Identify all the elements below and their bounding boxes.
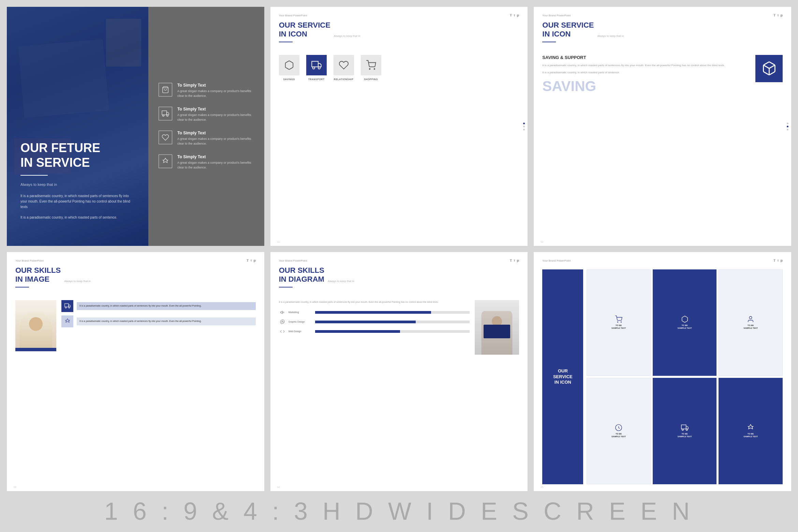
bar-track-1 xyxy=(315,311,470,314)
cart-icon xyxy=(159,83,172,97)
service-desc-1: A great slogan makes a company or produc… xyxy=(177,89,254,98)
saving-big-text: SAVING xyxy=(542,78,749,94)
service-item-1: To Simply Text A great slogan makes a co… xyxy=(159,83,254,98)
slide6-page-num: 05 xyxy=(541,486,543,488)
service-boxes-grid: TO BESAMPLE TEXT TO BESAMPLE TEXT TO BES… xyxy=(587,269,783,484)
dot-1 xyxy=(523,122,525,124)
svg-point-10 xyxy=(374,69,375,70)
skill-icon-rocket xyxy=(61,315,73,327)
relationship-box xyxy=(334,55,354,75)
service-title-3: To Simply Text xyxy=(177,131,254,135)
skills-image-content: It is a paradisematic country, in which … xyxy=(15,300,256,351)
skill-icon-truck xyxy=(61,300,73,312)
icon-transport: TRANSPORT xyxy=(306,55,327,80)
saving-body1: It is a paradisematic country, in which … xyxy=(542,63,749,68)
slide5-social: 𝕋 𝔣 𝕡 xyxy=(510,259,519,263)
svg-point-14 xyxy=(65,307,66,308)
truck-icon xyxy=(159,107,172,120)
twitter-icon: 𝕋 xyxy=(510,14,512,17)
slide2-page-num: 01 xyxy=(277,241,280,243)
svg-point-25 xyxy=(682,429,683,431)
service-desc-4: A great slogan makes a company or produc… xyxy=(177,161,254,170)
service-text-4: To Simply Text A great slogan makes a co… xyxy=(177,154,254,170)
slides-grid: OUR FETURE IN SERVICE Always to keep tha… xyxy=(7,7,791,491)
shopping-label: SHOPPING xyxy=(364,78,378,80)
slide1-right-panel: To Simply Text A great slogan makes a co… xyxy=(148,7,264,246)
slide6-header: Your Brand PowerPoint 𝕋 𝔣 𝕡 xyxy=(542,259,783,263)
svg-rect-1 xyxy=(162,111,167,115)
heart-icon xyxy=(159,131,172,144)
service-box-1: TO BESAMPLE TEXT xyxy=(587,269,651,376)
svg-point-7 xyxy=(312,67,314,69)
slide5-title-block: OUR SKILLS IN DIAGRAM Always to keep tha… xyxy=(279,266,519,292)
bar-label-2: Graphic Design xyxy=(289,321,312,323)
svg-point-3 xyxy=(163,115,164,117)
svg-point-19 xyxy=(617,322,618,323)
svg-marker-6 xyxy=(318,63,321,67)
slide1-divider xyxy=(20,175,48,176)
bar-row-2: Graphic Design xyxy=(279,319,470,325)
skills-photo xyxy=(15,300,56,351)
skills-items: It is a paradisematic country, in which … xyxy=(61,300,256,327)
service-text-3: To Simply Text A great slogan makes a co… xyxy=(177,131,254,146)
twitter-icon-4: 𝕋 xyxy=(247,259,249,263)
service-box-2: TO BESAMPLE TEXT xyxy=(653,269,717,376)
service-item-3: To Simply Text A great slogan makes a co… xyxy=(159,131,254,146)
bar-track-2 xyxy=(315,321,470,323)
slide2-brand: Your Brand PowerPoint xyxy=(279,14,307,17)
slide3-divider xyxy=(542,42,556,42)
slide-5: Your Brand PowerPoint 𝕋 𝔣 𝕡 OUR SKILLS I… xyxy=(270,252,528,491)
service-box-5: TO BESAMPLE TEXT xyxy=(653,378,717,484)
slide3-header: Your Brand PowerPoint 𝕋 𝔣 𝕡 xyxy=(542,14,783,17)
service-title-1: To Simply Text xyxy=(177,83,254,88)
slide-6: Your Brand PowerPoint 𝕋 𝔣 𝕡 OUR SERVICE … xyxy=(534,252,791,491)
saving-content: SAVING & SUPPORT It is a paradisematic c… xyxy=(542,55,783,95)
bar-row-1: Marketing xyxy=(279,309,470,316)
skill-text-1: It is a paradisematic country, in which … xyxy=(79,304,253,308)
service-box-6: TO BESAMPLE TEXT xyxy=(719,378,783,484)
slide6-brand: Your Brand PowerPoint xyxy=(542,259,571,262)
svg-point-4 xyxy=(167,115,168,117)
slide4-brand: Your Brand PowerPoint xyxy=(15,259,44,262)
slide4-title: OUR SKILLS IN IMAGE xyxy=(15,266,61,284)
twitter-icon-3: 𝕋 xyxy=(773,14,775,17)
slide3-title: OUR SERVICE IN ICON xyxy=(542,21,594,39)
saving-title: SAVING & SUPPORT xyxy=(542,55,749,60)
slide5-brand: Your Brand PowerPoint xyxy=(279,259,307,262)
slide1-body1: It is a paradisematic country, in which … xyxy=(20,193,135,210)
savings-label: SAVINGS xyxy=(283,78,295,80)
slide-1: OUR FETURE IN SERVICE Always to keep tha… xyxy=(7,7,264,246)
diagram-left: It is a paradisematic country, in which … xyxy=(279,300,470,335)
facebook-icon-5: 𝔣 xyxy=(514,259,515,263)
diagram-right xyxy=(475,300,519,355)
slide-2: Your Brand PowerPoint 𝕋 𝔣 𝕡 OUR SERVICE … xyxy=(270,7,528,246)
slide3-subtitle: Always to keep that in xyxy=(597,34,624,38)
bar-label-3: Web Design xyxy=(289,330,312,332)
service-title-2: To Simply Text xyxy=(177,107,254,112)
skill-desc-1: It is a paradisematic country, in which … xyxy=(77,302,256,310)
sbox-label-2: TO BESAMPLE TEXT xyxy=(678,324,692,330)
slide4-header: Your Brand PowerPoint 𝕋 𝔣 𝕡 xyxy=(15,259,256,263)
skill-row-2: It is a paradisematic country, in which … xyxy=(61,315,256,327)
slide5-title: OUR SKILLS IN DIAGRAM xyxy=(279,266,324,284)
skill-row-1: It is a paradisematic country, in which … xyxy=(61,300,256,312)
slide2-icon-grid: SAVINGS TRANSPORT RELATIONSHIP SHOPPING xyxy=(279,55,519,80)
bottom-label: 1 6 : 9 & 4 : 3 H D W I D E S C R E E N xyxy=(0,497,798,525)
sbox-label-4: TO BESAMPLE TEXT xyxy=(611,433,626,438)
dot-3-2 xyxy=(787,125,788,127)
slide2-nav-dots xyxy=(523,122,525,130)
dot-3-3 xyxy=(787,129,788,130)
service-desc-2: A great slogan makes a company or produc… xyxy=(177,113,254,122)
slide1-left-panel: OUR FETURE IN SERVICE Always to keep tha… xyxy=(7,7,148,246)
service-item-2: To Simply Text A great slogan makes a co… xyxy=(159,107,254,122)
sbox-label-5: TO BESAMPLE TEXT xyxy=(678,433,692,438)
saving-text: SAVING & SUPPORT It is a paradisematic c… xyxy=(542,55,749,95)
bar-fill-1 xyxy=(315,311,431,314)
svg-point-16 xyxy=(281,322,282,322)
pinterest-icon-6: 𝕡 xyxy=(781,259,783,263)
saving-body2: It is a paradisematic country, in which … xyxy=(542,71,749,75)
dot-2 xyxy=(523,125,525,127)
service-desc-3: A great slogan makes a company or produc… xyxy=(177,137,254,146)
bar-track-3 xyxy=(315,330,470,333)
transport-label: TRANSPORT xyxy=(308,78,325,80)
